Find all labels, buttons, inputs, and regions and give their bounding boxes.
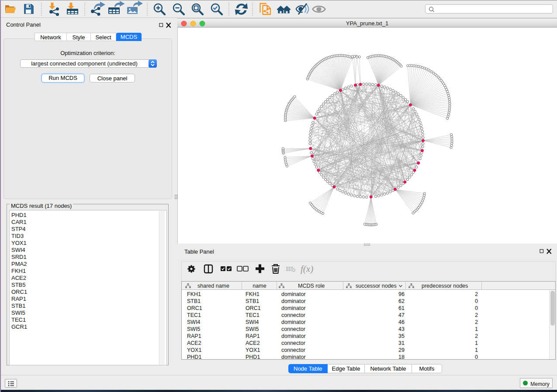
svg-text:f(x): f(x) [301,264,313,274]
